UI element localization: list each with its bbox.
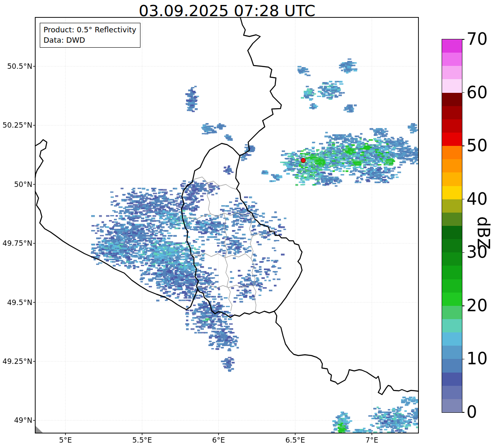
colorbar-segment	[442, 199, 462, 213]
colorbar-tick	[462, 199, 464, 200]
colorbar-segment	[442, 172, 462, 186]
y-axis-tick-label: 49.5°N	[0, 298, 32, 307]
admin-border	[207, 183, 210, 214]
colorbar-segment	[442, 39, 462, 53]
admin-border	[191, 253, 251, 259]
colorbar-segment	[442, 53, 462, 66]
admin-border	[193, 177, 237, 189]
plot-frame	[35, 17, 418, 433]
colorbar-segment	[442, 239, 462, 253]
y-axis-tick-label: 50.5°N	[0, 62, 32, 70]
radar-figure: 03.09.2025 07:28 UTC Product: 0.5° Refle…	[0, 0, 498, 448]
colorbar-segment	[442, 292, 462, 306]
colorbar-tick	[462, 412, 464, 413]
colorbar-segment	[442, 79, 462, 93]
x-axis-tick-label: 7°E	[365, 436, 378, 444]
colorbar-tick-label: 60	[467, 83, 488, 102]
country-border	[35, 191, 198, 310]
y-axis-tick-label: 50.25°N	[0, 121, 32, 129]
annotation-data-line: Data: DWD	[44, 35, 136, 45]
colorbar-tick-label: 70	[467, 30, 488, 48]
colorbar-segment	[442, 305, 462, 319]
colorbar-segment	[442, 346, 462, 359]
x-axis-tick-label: 5.5°E	[132, 436, 152, 444]
colorbar-tick	[462, 39, 464, 40]
country-border	[181, 143, 240, 314]
colorbar-tick-label: 20	[467, 296, 488, 315]
admin-border	[252, 231, 274, 236]
x-axis-tick-label: 6°E	[212, 436, 225, 444]
colorbar-segment	[442, 119, 462, 133]
y-axis-tick-label: 49°N	[0, 416, 32, 424]
y-axis-tick-label: 50°N	[0, 180, 32, 189]
colorbar-segment	[442, 399, 462, 412]
colorbar-segment	[442, 186, 462, 199]
colorbar-segment	[442, 92, 462, 106]
colorbar-segment	[442, 212, 462, 226]
colorbar-segment	[442, 159, 462, 173]
country-border	[215, 311, 274, 317]
annotation-box: Product: 0.5° Reflectivity Data: DWD	[40, 23, 140, 48]
corner-shape	[35, 426, 43, 433]
colorbar-tick-label: 50	[467, 136, 488, 155]
colorbar-tick	[462, 252, 464, 253]
radar-site-marker	[301, 158, 306, 163]
colorbar-tick	[462, 92, 464, 93]
admin-border	[183, 212, 254, 220]
colorbar-segment	[442, 146, 462, 160]
colorbar-tick-label: 40	[467, 190, 488, 208]
admin-border	[249, 214, 256, 312]
country-border	[35, 140, 47, 177]
y-axis-tick-label: 49.25°N	[0, 357, 32, 366]
colorbar-tick	[462, 145, 464, 146]
x-axis-tick-label: 6.5°E	[285, 436, 305, 444]
colorbar-segment	[442, 226, 462, 240]
country-border	[274, 311, 418, 395]
colorbar-tick-label: 10	[467, 349, 488, 368]
colorbar-segment	[442, 252, 462, 266]
annotation-product-line: Product: 0.5° Reflectivity	[44, 24, 136, 35]
colorbar-units-label: dBZ	[474, 216, 493, 235]
colorbar-tick	[462, 359, 464, 360]
map-borders-layer	[0, 0, 498, 448]
x-axis-tick-label: 5°E	[59, 436, 72, 444]
colorbar-segment	[442, 266, 462, 279]
admin-border	[224, 213, 232, 311]
colorbar-segment	[442, 385, 462, 399]
y-axis-tick-label: 49.75°N	[0, 239, 32, 247]
colorbar-tick-label: 0	[467, 403, 477, 421]
colorbar-segment	[442, 359, 462, 373]
colorbar-segment	[442, 319, 462, 333]
colorbar-segment	[442, 332, 462, 346]
admin-border	[196, 285, 253, 288]
colorbar-segment	[442, 66, 462, 80]
colorbar-segment	[442, 279, 462, 293]
colorbar-tick	[462, 305, 464, 306]
colorbar-segment	[442, 106, 462, 119]
colorbar-segment	[442, 372, 462, 386]
colorbar-segment	[442, 133, 462, 146]
colorbar-tick-label: 30	[467, 243, 488, 261]
colorbar	[442, 39, 462, 412]
country-border	[240, 17, 281, 156]
